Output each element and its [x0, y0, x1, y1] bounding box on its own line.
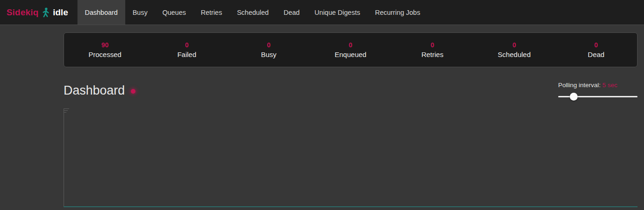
graph-baseline [64, 206, 638, 207]
nav-item-busy[interactable]: Busy [125, 0, 155, 25]
stat-retries-label: Retries [421, 51, 444, 58]
stat-processed[interactable]: 90 Processed [64, 33, 146, 67]
polling-interval-control: Polling interval: 5 sec [558, 82, 638, 101]
nav-item-retries[interactable]: Retries [193, 0, 230, 25]
stat-busy-value: 0 [267, 41, 270, 49]
stat-busy-label: Busy [261, 51, 276, 58]
main-content: 90 Processed 0 Failed 0 Busy 0 Enqueued … [64, 32, 638, 207]
polling-label-text: Polling interval: [558, 82, 601, 89]
stat-processed-value: 90 [101, 41, 109, 49]
stat-enqueued-label: Enqueued [335, 51, 366, 58]
realtime-graph [64, 108, 638, 207]
brand-name: Sidekiq [6, 7, 39, 18]
stat-busy[interactable]: 0 Busy [228, 33, 309, 67]
slider-thumb[interactable] [570, 93, 578, 101]
nav-item-recurring-jobs[interactable]: Recurring Jobs [367, 0, 428, 25]
stat-retries-value: 0 [431, 41, 434, 49]
polling-value: 5 sec [602, 82, 617, 89]
nav-item-dead[interactable]: Dead [276, 0, 307, 25]
stat-failed[interactable]: 0 Failed [146, 33, 227, 67]
stat-scheduled[interactable]: 0 Scheduled [473, 33, 555, 67]
sidekiq-brand[interactable]: Sidekiq idle [0, 0, 77, 25]
top-navbar: Sidekiq idle Dashboard Busy Queues Retri… [0, 0, 644, 25]
nav-item-unique-digests[interactable]: Unique Digests [307, 0, 367, 25]
stat-dead-label: Dead [588, 51, 605, 58]
page-title-wrap: Dashboard [64, 84, 135, 98]
y-axis-tick [64, 110, 68, 111]
stat-scheduled-label: Scheduled [498, 51, 531, 58]
nav-item-dashboard[interactable]: Dashboard [77, 0, 125, 25]
stat-dead-value: 0 [594, 41, 598, 49]
stat-processed-label: Processed [89, 51, 122, 58]
stat-retries[interactable]: 0 Retries [392, 33, 473, 67]
stat-enqueued[interactable]: 0 Enqueued [309, 33, 391, 67]
status-text: idle [53, 7, 68, 18]
summary-bar: 90 Processed 0 Failed 0 Busy 0 Enqueued … [64, 32, 638, 67]
stat-failed-label: Failed [177, 51, 196, 58]
polling-interval-label: Polling interval: 5 sec [558, 82, 638, 89]
stat-failed-value: 0 [185, 41, 189, 49]
page-title: Dashboard [64, 84, 125, 98]
live-beacon-icon [131, 89, 135, 94]
y-axis-tick [64, 108, 69, 109]
polling-interval-slider[interactable] [558, 93, 638, 101]
sidekiq-runner-icon [42, 7, 50, 18]
nav-menu: Dashboard Busy Queues Retries Scheduled … [77, 0, 428, 25]
nav-item-scheduled[interactable]: Scheduled [230, 0, 277, 25]
stat-dead[interactable]: 0 Dead [555, 33, 637, 67]
stat-enqueued-value: 0 [349, 41, 353, 49]
nav-item-queues[interactable]: Queues [155, 0, 193, 25]
dashboard-header-row: Dashboard Polling interval: 5 sec [64, 82, 638, 101]
stat-scheduled-value: 0 [512, 41, 516, 49]
y-axis-tick [64, 112, 66, 113]
